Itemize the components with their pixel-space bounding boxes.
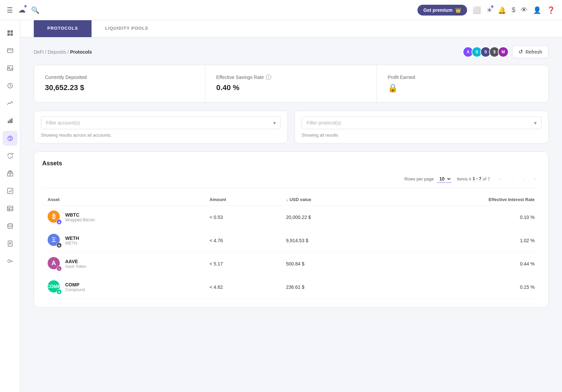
window-icon[interactable]: ⬜ [472,6,481,14]
svg-rect-11 [11,118,12,123]
asset-cell-weth: Ξ ◆ WETH WETH [42,229,204,252]
comp-info: COMP Compound [65,282,85,292]
eye-icon[interactable]: 👁 [521,6,528,14]
avatar-a5[interactable]: M [498,47,509,57]
avatar-group: A S S $ M [463,47,509,57]
sidebar-item-doc[interactable] [3,236,18,251]
page-next-button[interactable]: › [518,174,529,184]
svg-rect-10 [9,119,11,123]
sort-down-arrow: ↓ [286,197,288,202]
filter-accounts-card: Filter account(s) Showing results across… [34,111,288,143]
aave-icon-wrapper: A A [48,257,61,271]
sidebar-item-bar-chart[interactable] [3,113,18,128]
svg-rect-2 [7,33,10,36]
bell-icon[interactable]: 🔔 [498,6,506,14]
main-layout: PROTOCOLS LIQUIDITY POOLS DeFi / Deposit… [0,20,562,392]
assets-section: Assets Rows per page 10 25 50 It [34,151,548,307]
aave-rate: 0.44 % [381,252,540,276]
aave-amount: < 5.17 [204,252,280,276]
weth-protocol-badge: ◆ [56,243,62,248]
cloud-icon-wrapper: ☁ [18,6,26,15]
breadcrumb-protocols: Protocols [70,49,92,55]
wbtc-usd: 20,000.22 $ [281,206,381,229]
breadcrumb-deposits[interactable]: Deposits [48,49,66,55]
filter-protocols-hint: Showing all results [302,133,541,138]
refresh-icon: ↺ [518,49,523,55]
premium-button[interactable]: Get premium 👑 [417,5,467,16]
premium-button-label: Get premium [424,7,453,13]
comp-protocol-badge: ◆ [56,289,62,295]
assets-title: Assets [42,160,540,167]
lock-badge-small [24,5,27,8]
filter-protocols-card: Filter protocol(s) Showing all results [295,111,548,143]
aave-name: AAVE [65,259,86,264]
col-rate: Effective Interest Rate [381,194,540,206]
table-row: COMP ◆ COMP Compound [42,276,540,299]
col-usd-value[interactable]: ↓USD value [281,194,381,206]
weth-info: WETH WETH [65,235,79,246]
page-last-button[interactable]: » [530,174,540,184]
sidebar-item-analytics[interactable] [3,184,18,198]
sidebar-item-table[interactable] [3,201,18,216]
col-asset: Asset [42,194,204,206]
sidebar-item-defi[interactable] [3,131,18,146]
stats-row: Currently Deposited 30,652.23 $ Effectiv… [34,65,548,103]
filter-accounts-hint: Showing results across all accounts. [41,133,281,138]
rows-per-page-select[interactable]: 10 25 50 [437,175,452,183]
filters-row: Filter account(s) Showing results across… [34,111,548,143]
savings-rate-info-icon[interactable]: i [266,75,271,80]
breadcrumb-defi[interactable]: DeFi [34,49,44,55]
page-first-button[interactable]: « [495,174,506,184]
table-header: Asset Amount ↓USD value Effective Intere… [42,194,540,206]
breadcrumb: DeFi / Deposits / Protocols [34,49,92,55]
sidebar-item-history[interactable] [3,78,18,93]
page-content: DeFi / Deposits / Protocols A S S $ M [20,37,562,315]
stat-deposited-label: Currently Deposited [45,75,194,80]
user-icon[interactable]: 👤 [533,6,541,14]
dollar-icon[interactable]: $ [512,6,515,14]
page-prev-button[interactable]: ‹ [507,174,517,184]
svg-rect-9 [8,121,9,123]
stat-profit-label: Profit Earned [388,75,537,80]
top-navbar: ☰ ☁ 🔍 Get premium 👑 ⬜ ☀ 🔔 $ 👁 👤 ❓ [0,0,562,20]
comp-icon-wrapper: COMP ◆ [48,280,61,294]
search-icon[interactable]: 🔍 [31,6,40,14]
sidebar-item-refresh[interactable] [3,148,18,163]
assets-table: Asset Amount ↓USD value Effective Intere… [42,194,540,299]
filter-protocols-select[interactable]: Filter protocol(s) [302,116,541,129]
aave-protocol-badge: A [56,266,62,271]
weth-amount: < 4.76 [204,229,280,252]
sidebar-item-gift[interactable] [3,166,18,181]
comp-rate: 0.15 % [381,276,540,299]
filter-accounts-wrapper: Filter account(s) [41,116,281,129]
svg-rect-14 [8,172,12,173]
filter-accounts-select[interactable]: Filter account(s) [41,116,281,129]
svg-rect-6 [7,66,13,71]
weth-name: WETH [65,235,79,241]
table-row: A A AAVE Aave Token [42,252,540,276]
tab-liquidity-pools[interactable]: LIQUIDITY POOLS [92,20,162,37]
table-row: Ξ ◆ WETH WETH < 4.7 [42,229,540,252]
hamburger-icon[interactable]: ☰ [7,6,13,14]
sidebar-item-grid[interactable] [3,26,18,40]
help-icon[interactable]: ❓ [547,6,555,14]
profit-lock-icon: 🔒 [388,83,537,93]
wbtc-info: WBTC Wrapped Bitcoin [65,212,95,222]
refresh-button[interactable]: ↺ Refresh [512,46,548,58]
wbtc-name: WBTC [65,212,95,218]
sidebar-item-database[interactable] [3,219,18,233]
sidebar-item-chart-line[interactable] [3,96,18,111]
comp-name: COMP [65,282,85,287]
asset-cell-wbtc: ₿ ◆ WBTC Wrapped Bitcoin [42,206,204,229]
comp-subname: Compound [65,287,85,292]
col-amount: Amount [204,194,280,206]
header-actions: A S S $ M ↺ Refresh [463,46,548,58]
sidebar-item-image[interactable] [3,61,18,76]
pagination-controls: « ‹ › » [495,174,540,184]
sidebar-item-card[interactable] [3,43,18,58]
svg-rect-4 [7,49,13,53]
sidebar-item-key[interactable] [3,254,18,269]
items-range: 1 - 7 [472,176,481,182]
tab-protocols[interactable]: PROTOCOLS [34,20,92,37]
weth-rate: 1.02 % [381,229,540,252]
